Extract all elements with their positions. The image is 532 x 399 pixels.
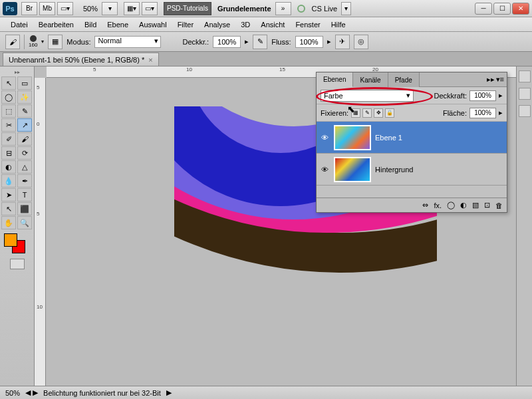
group-icon[interactable]: ▧ — [472, 201, 479, 209]
visibility-toggle-icon[interactable]: 👁 — [319, 132, 330, 143]
view-extras-button[interactable]: ▭▾ — [57, 2, 73, 15]
magic-wand-tool[interactable]: ✨ — [17, 90, 32, 104]
brush-preview-icon[interactable] — [30, 35, 37, 42]
hand-tool[interactable]: ✋ — [1, 216, 16, 229]
panel-collapse-icon[interactable]: ▸▸ — [487, 75, 495, 84]
foreground-swatch[interactable] — [4, 233, 17, 247]
flow-input[interactable] — [295, 36, 323, 48]
tab-ebenen[interactable]: Ebenen — [317, 72, 353, 87]
eyedropper-tool[interactable]: ✎ — [17, 104, 32, 118]
new-layer-icon[interactable]: ⊡ — [484, 201, 490, 209]
crop-tool[interactable]: ⬚ — [1, 104, 16, 118]
current-tool-icon[interactable]: 🖌 — [5, 35, 20, 49]
lock-position-icon[interactable]: ✥ — [374, 108, 383, 118]
opacity-pressure-icon[interactable]: ✎ — [253, 35, 267, 49]
trash-icon[interactable]: 🗑 — [495, 201, 503, 209]
link-layers-icon[interactable]: ⇔ — [422, 201, 428, 209]
opacity-label: Deckkraft: — [434, 92, 467, 100]
bridge-button[interactable]: Br — [21, 2, 37, 15]
layer-row[interactable]: 👁 Ebene 1 — [317, 122, 507, 154]
lock-transparency-icon[interactable]: ▦ — [351, 108, 360, 118]
app-logo: Ps — [3, 2, 17, 15]
more-chevron[interactable]: » — [275, 2, 291, 15]
brush-panel-toggle[interactable]: ▦ — [48, 35, 63, 49]
type-tool[interactable]: ✒ — [17, 174, 32, 188]
layer-opacity-input[interactable] — [469, 90, 496, 101]
menu-fenster[interactable]: Fenster — [290, 21, 325, 29]
layer-thumbnail[interactable] — [334, 125, 371, 150]
breadcrumb-page: Grundelemente — [213, 5, 275, 13]
layer-row[interactable]: 👁 Hintergrund — [317, 154, 507, 186]
menu-3d[interactable]: 3D — [235, 21, 255, 29]
zoom-dropdown[interactable]: ▾ — [102, 2, 118, 15]
menu-datei[interactable]: Datei — [5, 21, 33, 29]
menu-filter[interactable]: Filter — [172, 21, 199, 29]
menu-hilfe[interactable]: Hilfe — [326, 21, 351, 29]
blend-mode-select[interactable]: Normal▾ — [94, 36, 161, 48]
stamp-tool[interactable]: ✐ — [1, 132, 16, 146]
spot-heal-tool[interactable]: ✂ — [1, 118, 16, 132]
breadcrumb-site[interactable]: PSD-Tutorials — [164, 2, 211, 15]
layer-name[interactable]: Hintergrund — [375, 166, 413, 174]
path-select-tool[interactable]: ➤ — [1, 188, 16, 201]
lasso-tool[interactable]: ◯ — [1, 90, 16, 104]
fx-icon[interactable]: fx. — [434, 201, 442, 209]
shape-tool[interactable]: T — [17, 188, 32, 201]
opacity-input[interactable] — [213, 36, 241, 48]
history-brush-tool[interactable]: 🖌 — [17, 132, 32, 146]
menu-ebene[interactable]: Ebene — [102, 21, 134, 29]
status-bar: 50% ◀ ▶ Belichtung funktioniert nur bei … — [0, 386, 532, 399]
zoom-display[interactable]: 50% — [79, 5, 102, 13]
layer-blend-mode-select[interactable]: Farbe▾ — [321, 90, 414, 102]
minibridge-button[interactable]: Mb — [39, 2, 55, 15]
menu-auswahl[interactable]: Auswahl — [134, 21, 172, 29]
tab-pfade[interactable]: Pfade — [388, 72, 420, 87]
dock-adjust-icon[interactable] — [519, 88, 531, 100]
lock-pixels-icon[interactable]: ✎ — [362, 108, 372, 118]
mask-icon[interactable]: ◯ — [447, 201, 455, 209]
marquee-tool[interactable]: ▭ — [17, 76, 32, 90]
lock-label: Fixieren: — [321, 109, 348, 117]
blur-tool[interactable]: △ — [17, 160, 32, 174]
status-zoom[interactable]: 50% — [5, 389, 20, 397]
tablet-pressure-icon[interactable]: ◎ — [354, 35, 368, 49]
document-tab[interactable]: Unbenannt-1 bei 50% (Ebene 1, RGB/8) * × — [3, 53, 159, 66]
pen-tool[interactable]: 💧 — [1, 174, 16, 188]
dodge-tool[interactable]: ◐ — [1, 160, 16, 174]
gradient-tool[interactable]: ⟳ — [17, 146, 32, 160]
airbrush-icon[interactable]: ✈ — [335, 35, 350, 49]
menu-bild[interactable]: Bild — [79, 21, 102, 29]
layer-thumbnail[interactable] — [334, 157, 371, 182]
document-tab-bar: Unbenannt-1 bei 50% (Ebene 1, RGB/8) * × — [0, 52, 532, 66]
toolbox-collapse-icon[interactable]: ▸▸ — [1, 69, 33, 75]
modus-label: Modus: — [66, 38, 90, 46]
cslive-label[interactable]: CS Live — [308, 5, 342, 13]
cslive-dropdown[interactable]: ▾ — [341, 2, 351, 15]
adjustment-layer-icon[interactable]: ◐ — [460, 201, 467, 209]
visibility-toggle-icon[interactable]: 👁 — [319, 164, 330, 175]
menu-ansicht[interactable]: Ansicht — [255, 21, 290, 29]
tab-kanaele[interactable]: Kanäle — [353, 72, 388, 87]
lock-all-icon[interactable]: 🔒 — [385, 108, 394, 118]
menu-bearbeiten[interactable]: Bearbeiten — [33, 21, 79, 29]
menu-analyse[interactable]: Analyse — [199, 21, 235, 29]
minimize-button[interactable]: ─ — [475, 3, 492, 15]
move-tool[interactable]: ↖ — [1, 76, 16, 90]
close-tab-icon[interactable]: × — [148, 56, 152, 64]
3d-camera-tool[interactable]: ⬛ — [17, 202, 32, 215]
zoom-tool[interactable]: 🔍 — [17, 216, 32, 229]
layer-fill-input[interactable] — [469, 108, 496, 118]
eraser-tool[interactable]: ⊟ — [1, 146, 16, 160]
dock-layers-icon[interactable] — [519, 105, 531, 117]
brush-tool[interactable]: ↗ — [17, 118, 32, 132]
maximize-button[interactable]: ☐ — [493, 3, 511, 15]
screen-mode-button[interactable]: ▭▾ — [142, 2, 158, 15]
layer-name[interactable]: Ebene 1 — [375, 134, 402, 142]
panel-menu-icon[interactable]: ▾≡ — [496, 75, 504, 84]
color-swatches[interactable] — [1, 233, 33, 256]
arrange-button[interactable]: ▦▾ — [124, 2, 140, 15]
3d-tool[interactable]: ↖ — [1, 202, 16, 215]
quickmask-toggle[interactable] — [10, 259, 25, 269]
close-button[interactable]: ✕ — [512, 3, 529, 15]
dock-color-icon[interactable] — [519, 70, 531, 82]
